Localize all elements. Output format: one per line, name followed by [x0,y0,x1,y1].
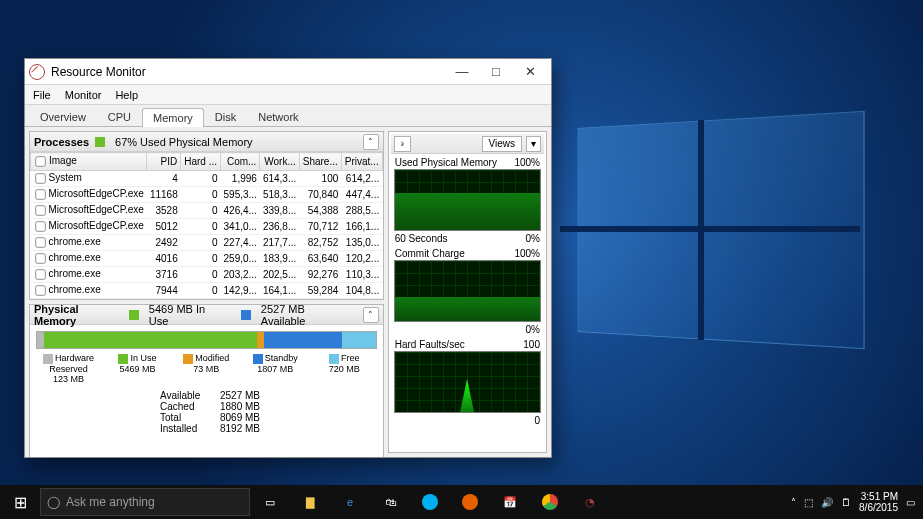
memory-available: 2527 MB Available [261,303,351,327]
notifications-button[interactable]: ▭ [906,497,915,508]
task-view-button[interactable]: ▭ [250,485,290,519]
legend-item: Hardware Reserved123 MB [34,353,103,384]
taskbar-app-explorer[interactable]: ▇ [290,485,330,519]
taskbar-app-calendar[interactable]: 📅 [490,485,530,519]
select-all-checkbox[interactable] [35,156,45,166]
views-dropdown-button[interactable]: ▾ [526,136,541,152]
memory-stats: Available2527 MBCached1880 MBTotal8069 M… [30,390,383,434]
minimize-button[interactable]: — [445,61,479,83]
window-title: Resource Monitor [51,65,445,79]
legend-item: Free720 MB [310,353,379,384]
table-row[interactable]: chrome.exe24920227,4...217,7...82,752135… [31,235,383,251]
tab-disk[interactable]: Disk [204,107,247,126]
taskbar-app-chrome[interactable] [530,485,570,519]
tray-volume-icon[interactable]: 🔊 [821,497,833,508]
table-row[interactable]: System401,996614,3...100614,2... [31,171,383,187]
tab-memory[interactable]: Memory [142,108,204,127]
chart-max: 100 [523,339,540,350]
chart-br: 0 [534,415,540,426]
taskbar-app-edge[interactable]: e [330,485,370,519]
views-button[interactable]: Views [482,136,523,152]
close-button[interactable]: ✕ [513,61,547,83]
memory-stat: Total8069 MB [160,412,383,423]
tab-bar: Overview CPU Memory Disk Network [25,105,551,127]
chart [394,260,541,322]
cortana-icon: ◯ [47,495,60,509]
title-bar[interactable]: Resource Monitor — □ ✕ [25,59,551,85]
legend-item: Standby1807 MB [241,353,310,384]
table-row[interactable]: MicrosoftEdgeCP.exe35280426,4...339,8...… [31,203,383,219]
chart-max: 100% [514,157,540,168]
collapse-button[interactable]: ˄ [363,134,379,150]
taskbar-app-skype[interactable] [410,485,450,519]
processes-table[interactable]: ImagePIDHard ...Com...Work...Share...Pri… [30,152,383,299]
tray-chevron-icon[interactable]: ˄ [791,497,796,508]
maximize-button[interactable]: □ [479,61,513,83]
collapse-button[interactable]: ˄ [363,307,379,323]
clock[interactable]: 3:51 PM 8/6/2015 [859,491,898,513]
column-header[interactable]: Work... [260,153,299,171]
tab-cpu[interactable]: CPU [97,107,142,126]
menu-bar: File Monitor Help [25,85,551,105]
chart [394,169,541,231]
memory-bar [36,331,377,349]
tray-notes-icon[interactable]: 🗒 [841,497,851,508]
charts-pane: › Views ▾ Used Physical Memory100%60 Sec… [388,131,547,453]
chart-bl: 60 Seconds [395,233,448,244]
column-header[interactable]: Com... [221,153,260,171]
column-header[interactable]: PID [147,153,181,171]
memory-stat: Cached1880 MB [160,401,383,412]
menu-monitor[interactable]: Monitor [65,89,102,101]
tray-network-icon[interactable]: ⬚ [804,497,813,508]
memory-legend: Hardware Reserved123 MBIn Use5469 MBModi… [30,351,383,390]
system-tray: ˄ ⬚ 🔊 🗒 3:51 PM 8/6/2015 ▭ [791,491,923,513]
tab-network[interactable]: Network [247,107,309,126]
processes-panel: Processes 67% Used Physical Memory ˄ Ima… [29,131,384,300]
taskbar-app-resource-monitor[interactable]: ◔ [570,485,610,519]
charts-expand-button[interactable]: › [394,136,411,152]
search-box[interactable]: ◯ Ask me anything [40,488,250,516]
resource-monitor-window: Resource Monitor — □ ✕ File Monitor Help… [24,58,552,458]
memory-segment [37,332,44,348]
table-row[interactable]: MicrosoftEdgeCP.exe50120341,0...236,8...… [31,219,383,235]
column-header[interactable]: Image [31,153,147,171]
taskbar: ⊞ ◯ Ask me anything ▭ ▇ e 🛍 📅 ◔ ˄ ⬚ 🔊 🗒 … [0,485,923,519]
legend-item: Modified73 MB [172,353,241,384]
chart-br: 0% [526,324,540,335]
table-row[interactable]: chrome.exe79440142,9...164,1...59,284104… [31,283,383,299]
chart-title: Used Physical Memory [395,157,497,168]
memory-segment [264,332,342,348]
tab-overview[interactable]: Overview [29,107,97,126]
memory-title: Physical Memory [34,303,123,327]
memory-in-use: 5469 MB In Use [149,303,227,327]
memory-segment [257,332,264,348]
table-row[interactable]: chrome.exe40160259,0...183,9...63,640120… [31,251,383,267]
taskbar-app-store[interactable]: 🛍 [370,485,410,519]
column-header[interactable]: Privat... [341,153,382,171]
chart-title: Hard Faults/sec [395,339,465,350]
column-header[interactable]: Hard ... [181,153,221,171]
processes-summary: 67% Used Physical Memory [115,136,253,148]
taskbar-app-firefox[interactable] [450,485,490,519]
memory-stat: Available2527 MB [160,390,383,401]
memory-segment [44,332,257,348]
physical-memory-panel: Physical Memory 5469 MB In Use 2527 MB A… [29,304,384,457]
chart-br: 0% [526,233,540,244]
chart-max: 100% [514,248,540,259]
menu-file[interactable]: File [33,89,51,101]
table-row[interactable]: chrome.exe37160203,2...202,5...92,276110… [31,267,383,283]
memory-stat: Installed8192 MB [160,423,383,434]
windows-logo [560,120,860,340]
legend-item: In Use5469 MB [103,353,172,384]
chart [394,351,541,413]
chart-title: Commit Charge [395,248,465,259]
menu-help[interactable]: Help [115,89,138,101]
processes-title: Processes [34,136,89,148]
table-row[interactable]: MicrosoftEdgeCP.exe111680595,3...518,3..… [31,187,383,203]
search-placeholder: Ask me anything [66,495,155,509]
start-button[interactable]: ⊞ [0,485,40,519]
memory-segment [342,332,376,348]
avail-swatch-icon [241,310,251,320]
column-header[interactable]: Share... [299,153,341,171]
inuse-swatch-icon [129,310,139,320]
